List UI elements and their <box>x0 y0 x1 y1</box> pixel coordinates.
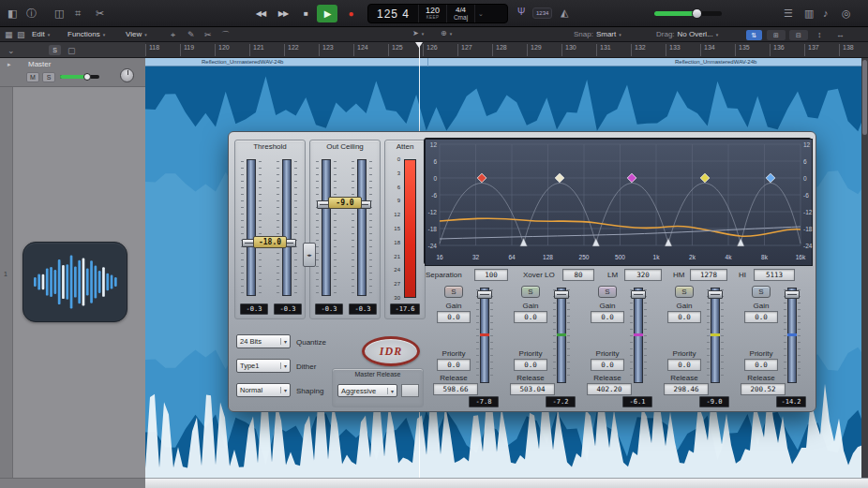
ruler-tick[interactable]: 119 <box>180 44 215 56</box>
ruler-tick[interactable]: 133 <box>666 44 700 56</box>
band-release-value[interactable]: 298.46 <box>664 383 709 395</box>
band-fader[interactable] <box>784 288 801 383</box>
ruler-tick[interactable]: 138 <box>839 44 868 56</box>
fader-thumb[interactable] <box>631 290 646 299</box>
ruler-tick[interactable]: 120 <box>215 44 249 56</box>
ruler-tick[interactable]: 121 <box>249 44 284 56</box>
fader-knob[interactable] <box>83 73 91 81</box>
zoom-horizontal-stepper[interactable]: ⊞ <box>767 30 786 40</box>
ruler-tick[interactable]: 123 <box>319 44 353 56</box>
band-priority-value[interactable]: 0.0 <box>437 359 471 371</box>
snap-select[interactable]: Snap:Smart▾ <box>574 30 621 39</box>
master-release-select[interactable]: Aggressive▾ <box>337 384 397 397</box>
band-solo-button[interactable]: S <box>521 286 540 298</box>
band-priority-value[interactable]: 0.0 <box>744 359 778 371</box>
record-button[interactable]: ● <box>340 5 361 22</box>
stop-button[interactable]: ■ <box>296 6 315 22</box>
lm-value[interactable]: 320 <box>624 269 662 281</box>
ruler-tick[interactable]: 137 <box>804 44 839 56</box>
band-solo-button[interactable]: S <box>752 286 771 298</box>
timeline-ruler[interactable]: 1181191201211221231241251261271281291301… <box>145 42 868 58</box>
smart-controls-icon[interactable]: ⌗ <box>75 8 81 19</box>
menu-edit[interactable]: Edit▾ <box>32 30 50 39</box>
menu-functions[interactable]: Functions▾ <box>67 30 105 39</box>
band-gain-value[interactable]: 0.0 <box>591 311 624 323</box>
band-gain-value[interactable]: 0.0 <box>514 311 547 323</box>
pointer-tool-select[interactable]: ➤▾ <box>412 30 424 37</box>
track-zoom-icon[interactable]: ▢ <box>67 47 76 55</box>
fader-thumb[interactable] <box>785 290 800 299</box>
band-solo-button[interactable]: S <box>444 286 463 298</box>
shaping-select[interactable]: Normal▾ <box>236 383 291 397</box>
crosshair-tool-icon[interactable]: ⌖ <box>171 31 175 39</box>
out-ceiling-fader-left[interactable] <box>316 159 337 296</box>
band-gain-value[interactable]: 0.0 <box>437 311 471 323</box>
master-volume-fader[interactable] <box>60 75 99 79</box>
band-fader[interactable] <box>707 288 724 383</box>
ruler-tick[interactable]: 126 <box>423 44 457 56</box>
hi-value[interactable]: 5113 <box>754 269 795 281</box>
dither-select[interactable]: Type1▾ <box>236 359 291 373</box>
metronome-icon[interactable]: ◭ <box>561 7 568 18</box>
threshold-value[interactable]: -18.0 <box>253 236 287 248</box>
menu-view[interactable]: View▾ <box>126 30 147 39</box>
list-editors-icon[interactable]: ☰ <box>784 8 793 19</box>
volume-knob[interactable] <box>692 8 702 19</box>
fader-thumb[interactable] <box>477 290 492 299</box>
inspector-icon[interactable]: ⓘ <box>26 8 37 19</box>
quick-help-icon[interactable]: ◧ <box>7 8 17 19</box>
tuner-icon[interactable]: Ψ <box>517 7 525 17</box>
band-priority-value[interactable]: 0.0 <box>591 359 624 371</box>
fader-thumb[interactable] <box>708 290 723 299</box>
band-release-value[interactable]: 200.52 <box>741 383 786 395</box>
ruler-tick[interactable]: 131 <box>596 44 631 56</box>
threshold-fader-left[interactable] <box>241 159 262 296</box>
band-solo-button[interactable]: S <box>675 286 694 298</box>
band-fader[interactable] <box>476 288 493 383</box>
rewind-button[interactable]: ◀◀ <box>251 6 270 22</box>
band-priority-value[interactable]: 0.0 <box>667 359 701 371</box>
scissors-tool-icon[interactable]: ✂ <box>204 31 212 39</box>
ruler-tick[interactable]: 128 <box>492 44 527 56</box>
hm-value[interactable]: 1278 <box>690 269 727 281</box>
master-solo-button[interactable]: S <box>42 72 55 82</box>
command-click-tool-select[interactable]: ⊕▾ <box>441 30 452 37</box>
lcd-tempo[interactable]: 120KEEP <box>419 5 447 22</box>
solo-safe-badge[interactable]: S <box>49 45 61 55</box>
editors-icon[interactable]: ✂ <box>96 8 104 19</box>
band-priority-value[interactable]: 0.0 <box>514 359 547 371</box>
region-header[interactable]: Reflection_UnmasteredWAV-24b Reflection_… <box>145 58 868 67</box>
horizontal-zoom-icon[interactable]: ↔ <box>836 31 845 39</box>
ruler-tick[interactable]: 130 <box>561 44 596 56</box>
master-mute-button[interactable]: M <box>26 72 39 82</box>
ruler-tick[interactable]: 127 <box>457 44 492 56</box>
forward-button[interactable]: ▶▶ <box>274 6 292 22</box>
band-gain-value[interactable]: 0.0 <box>667 311 701 323</box>
apple-loops-icon[interactable]: ♪ <box>823 8 829 19</box>
separation-value[interactable]: 100 <box>474 269 508 281</box>
layout-icon[interactable]: ▧ <box>17 31 25 39</box>
note-pads-icon[interactable]: ▥ <box>804 8 814 19</box>
threshold-fader-right[interactable] <box>277 159 297 296</box>
play-button[interactable]: ▶ <box>317 5 337 22</box>
out-ceiling-fader-right[interactable] <box>352 159 372 296</box>
band-release-value[interactable]: 503.04 <box>510 383 555 395</box>
catch-playhead-button[interactable]: ⇅ <box>746 30 762 40</box>
ruler-tick[interactable]: 132 <box>631 44 666 56</box>
audio-track-icon[interactable] <box>22 242 127 322</box>
band-release-value[interactable]: 402.20 <box>587 383 632 395</box>
drag-select[interactable]: Drag:No Overl...▾ <box>656 30 718 39</box>
fader-thumb[interactable] <box>554 290 569 299</box>
ruler-tick[interactable]: 129 <box>527 44 561 56</box>
zoom-vertical-stepper[interactable]: ⊟ <box>789 30 808 40</box>
ruler-tick[interactable]: 134 <box>700 44 735 56</box>
count-in-button[interactable]: 1234 <box>532 7 552 19</box>
vertical-scrollbar[interactable] <box>861 58 868 478</box>
master-track-header[interactable]: ▸ Master M S <box>0 58 145 87</box>
master-volume-slider[interactable] <box>654 11 722 16</box>
fader-link-button[interactable]: ◂▸ <box>303 243 316 267</box>
band-fader[interactable] <box>553 288 570 383</box>
mixer-icon[interactable]: ◫ <box>54 8 64 19</box>
band-release-value[interactable]: 598.66 <box>433 383 478 395</box>
lcd-chevron-icon[interactable]: ⌄ <box>475 5 486 22</box>
